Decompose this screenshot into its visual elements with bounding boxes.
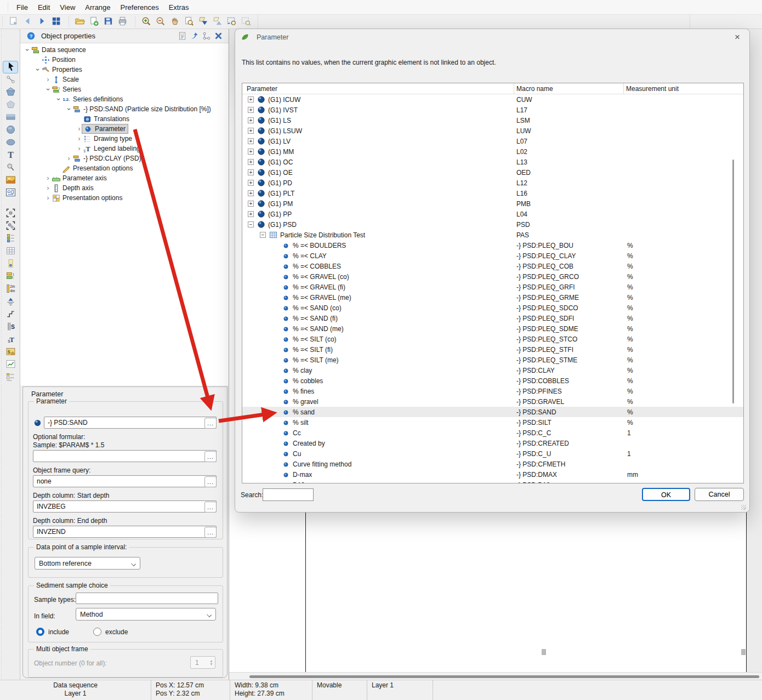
param-row[interactable]: % =< COBBLES-} PSD:PLEQ_COB% (242, 261, 743, 271)
tool-image-tool[interactable] (3, 174, 18, 187)
zoom-rect-button[interactable] (224, 16, 238, 28)
chevron-collapsed-icon[interactable]: › (76, 145, 83, 152)
param-row[interactable]: % =< SILT (fi)-} PSD:PLEQ_STFI% (242, 344, 743, 355)
tree-item[interactable]: ›Drawing type (20, 134, 229, 144)
expander-plus-icon[interactable]: + (248, 190, 254, 196)
param-row[interactable]: Curve fitting method-} PSD:CFMETH (242, 459, 743, 469)
tree-item[interactable]: ›-} PSD:CLAY (PSD) (20, 153, 229, 163)
chevron-collapsed-icon[interactable]: › (44, 76, 52, 83)
param-row[interactable]: % =< SAND (co)-} PSD:PLEQ_SDCO% (242, 303, 743, 313)
tool-grid-table[interactable] (3, 245, 18, 258)
horizontal-scrollbar-thumb[interactable] (249, 675, 759, 678)
tree-item[interactable]: Translations (20, 114, 229, 124)
browse-start-depth-button[interactable]: ... (204, 502, 217, 513)
new-window-button[interactable] (6, 16, 20, 28)
tool-legend-layout[interactable] (3, 371, 18, 384)
exclude-radio[interactable] (93, 628, 101, 636)
optional-formular-field[interactable] (33, 450, 217, 462)
menu-arrange[interactable]: Arrange (80, 1, 115, 14)
param-row[interactable]: % silt-} PSD:SILT% (242, 417, 743, 428)
expander-plus-icon[interactable]: + (248, 128, 254, 134)
chevron-collapsed-icon[interactable]: › (76, 135, 83, 142)
tool-ellipse-flat[interactable] (3, 136, 18, 149)
tool-polygon-alt[interactable] (3, 99, 18, 111)
param-row[interactable]: D10-} PSD:D10 (242, 480, 743, 483)
tree-item[interactable]: ›T$Legend labeling (20, 144, 229, 153)
expander-plus-icon[interactable]: + (248, 201, 254, 207)
param-row[interactable]: +(G1) OCL13 (242, 157, 743, 167)
tool-color-list[interactable] (3, 232, 18, 245)
tool-node-link[interactable] (3, 73, 18, 86)
cancel-button[interactable]: Cancel (695, 488, 744, 501)
param-row[interactable]: −Particle Size Distribution TestPAS (242, 230, 743, 240)
param-row[interactable]: % cobbles-} PSD:COBBLES% (242, 375, 743, 386)
tree-item[interactable]: ›Depth axis (20, 183, 229, 193)
tool-water-level[interactable] (3, 295, 18, 308)
ok-button[interactable]: OK (642, 488, 690, 501)
menu-preferences[interactable]: Preferences (116, 1, 164, 14)
chevron-expanded-icon[interactable]: › (24, 47, 31, 54)
tool-borehole[interactable] (3, 258, 18, 270)
menu-file[interactable]: File (12, 1, 33, 14)
tree-item[interactable]: ›Scale (20, 75, 229, 84)
zoom-in-button[interactable] (139, 16, 153, 28)
tool-layer-bars[interactable] (3, 270, 18, 283)
structure-icon[interactable] (200, 31, 212, 42)
param-row[interactable]: % clay-} PSD:CLAY% (242, 365, 743, 375)
chevron-expanded-icon[interactable]: › (35, 66, 41, 73)
chevron-expanded-icon[interactable]: › (66, 106, 72, 113)
expander-plus-icon[interactable]: + (248, 211, 254, 217)
browse-formular-button[interactable]: ... (204, 451, 217, 462)
zoom-out-button[interactable] (153, 16, 167, 28)
object-frame-query-field[interactable] (33, 475, 217, 487)
column-header-parameter[interactable]: Parameter (247, 85, 277, 93)
expander-minus-icon[interactable]: − (260, 232, 266, 238)
tool-ellipse[interactable] (3, 124, 18, 136)
expander-plus-icon[interactable]: + (248, 180, 254, 186)
tool-text-tool[interactable]: T (3, 149, 18, 162)
tool-focus-single[interactable] (3, 207, 18, 220)
dialog-titlebar[interactable]: Parameter × (235, 29, 749, 45)
tree-item[interactable]: ›Properties (20, 65, 229, 75)
param-row[interactable]: Cu-} PSD:C_U1 (242, 448, 743, 459)
nav-forward-button[interactable] (35, 16, 49, 28)
zoom-page-button[interactable] (181, 16, 196, 28)
chevron-expanded-icon[interactable]: › (45, 86, 52, 93)
param-row[interactable]: % =< CLAY-} PSD:PLEQ_CLAY% (242, 251, 743, 261)
param-row[interactable]: % =< SILT (me)-} PSD:PLEQ_STME% (242, 355, 743, 365)
param-row[interactable]: +(G1) ICUWCUW (242, 94, 743, 105)
menu-view[interactable]: View (55, 1, 80, 14)
expander-plus-icon[interactable]: + (248, 107, 254, 113)
param-row[interactable]: −(G1) PSDPSD (242, 219, 743, 230)
expander-plus-icon[interactable]: + (248, 138, 254, 144)
save-button[interactable] (101, 16, 115, 28)
param-row[interactable]: +(G1) OEOED (242, 167, 743, 178)
toolbar-grip[interactable] (134, 16, 137, 27)
start-depth-field[interactable] (33, 500, 217, 513)
tool-image-dollar[interactable]: $ (3, 346, 18, 358)
column-header-measurement-unit[interactable]: Measurement unit (626, 85, 679, 93)
object-number-spinner[interactable]: 1 ▲▼ (190, 656, 215, 669)
tree-item[interactable]: ›Presentation options (20, 193, 229, 203)
param-row[interactable]: % =< SILT (co)-} PSD:PLEQ_STCO% (242, 334, 743, 344)
expander-plus-icon[interactable]: + (248, 159, 254, 165)
column-divider[interactable] (623, 83, 624, 94)
param-row[interactable]: +(G1) LVL07 (242, 136, 743, 146)
browse-parameter-button[interactable]: ... (204, 418, 217, 429)
menubar-grip[interactable] (7, 3, 9, 12)
selection-handle[interactable] (741, 649, 746, 655)
param-row[interactable]: +(G1) PLTL16 (242, 188, 743, 198)
pan-hand-button[interactable] (167, 16, 181, 28)
zoom-sheet-up-button[interactable] (210, 16, 224, 28)
param-row[interactable]: +(G1) PPL04 (242, 209, 743, 219)
tool-select-cursor[interactable] (3, 61, 18, 73)
zoom-rect-alt-button[interactable] (238, 16, 253, 28)
tool-chart-tool[interactable] (3, 358, 18, 371)
chevron-expanded-icon[interactable]: › (55, 96, 62, 103)
param-row[interactable]: % fines-} PSD:PFINES% (242, 386, 743, 396)
tree-item[interactable]: ›1.2.Series definitions (20, 94, 229, 104)
sample-interval-select[interactable]: Bottom reference (35, 557, 140, 570)
param-row[interactable]: +(G1) IVSTL17 (242, 105, 743, 115)
browse-end-depth-button[interactable]: ... (204, 527, 217, 538)
menu-extras[interactable]: Extras (164, 1, 194, 14)
